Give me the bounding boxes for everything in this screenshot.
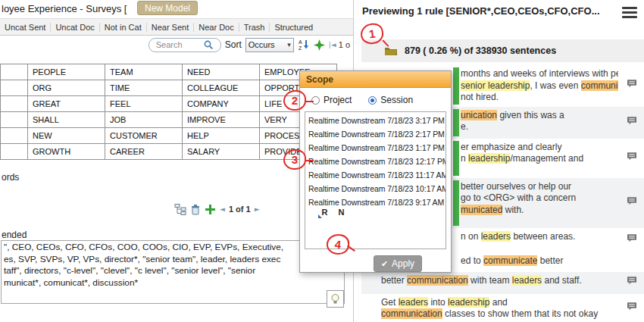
sentence-text: with. — [502, 205, 524, 215]
search-icon[interactable] — [204, 40, 213, 49]
tab-not-in-cat[interactable]: Not in Cat — [100, 23, 147, 32]
sentence-line: n on leaders between areas. — [461, 231, 618, 243]
hint-button[interactable] — [327, 290, 344, 308]
radio-project-label: Project — [324, 95, 352, 105]
search-box[interactable] — [148, 38, 221, 52]
session-list[interactable]: Realtime Downstream 7/18/23 3:17 PMRealt… — [305, 111, 446, 249]
highlighted-term: communicated — [581, 80, 618, 91]
folder-icon[interactable] — [384, 45, 398, 56]
word-cell[interactable]: SALARY — [183, 144, 260, 160]
session-item[interactable]: Realtime Downstream 7/18/23 2:17 PM — [306, 127, 445, 141]
scope-radio-group: Project Session — [300, 88, 451, 110]
tab-structured[interactable]: Structured — [270, 23, 317, 32]
session-item[interactable]: Realtime Downstream 7/18/23 3:17 PM — [306, 114, 445, 127]
next-page-icon[interactable]: ► — [255, 205, 260, 213]
delete-icon[interactable] — [190, 204, 201, 215]
toolbar-n-icon[interactable]: N — [336, 206, 347, 217]
sentence-line: ed to communicate better — [461, 255, 618, 267]
svg-text:A: A — [299, 39, 302, 45]
sort-az-icon[interactable]: AZ — [298, 39, 310, 51]
word-cell[interactable]: TIME — [105, 80, 183, 96]
sentence-row[interactable]: Get leaders into leadership andcommunica… — [361, 294, 644, 322]
highlighted-term: leaders — [399, 297, 428, 308]
match-indicator-bar — [453, 67, 459, 105]
word-cell[interactable]: FEEL — [105, 96, 183, 112]
recommended-input[interactable]: ", CEO, CEOs, CFO, CFOs, COO, COOs, CIO,… — [1, 240, 345, 304]
sentence-text: n on — [461, 231, 481, 242]
toolbar-r-icon[interactable]: R — [319, 206, 330, 217]
tab-uncat-doc[interactable]: Uncat Doc — [51, 23, 99, 32]
sentence-text: ed to — [461, 255, 483, 266]
word-row: PEOPLETEAMNEEDEMPLOYEE — [1, 64, 337, 80]
sentence-text: go to <ORG> with a concern — [461, 192, 576, 203]
word-cell[interactable]: NEW — [28, 128, 105, 144]
results-summary-row: 879 ( 0.26 %) of 338930 sentences — [361, 39, 644, 62]
word-cell[interactable]: TEAM — [105, 64, 183, 80]
sentence-text: classes to show them that its not okay — [442, 308, 598, 319]
word-cell[interactable]: PEOPLE — [28, 64, 105, 80]
sort-select[interactable]: Occurs ▾ — [245, 38, 294, 52]
rn-toolbar: R N — [319, 206, 347, 217]
word-cell-clipped[interactable] — [1, 64, 28, 80]
comment-icon[interactable] — [627, 302, 637, 315]
search-input[interactable] — [155, 39, 202, 50]
star-icon[interactable] — [314, 39, 325, 51]
word-cell[interactable]: HELP — [183, 128, 260, 144]
word-cell-clipped[interactable] — [1, 80, 28, 96]
scope-popup-header[interactable]: Scope — [300, 71, 451, 88]
word-cell-clipped[interactable] — [1, 128, 28, 144]
comment-icon[interactable] — [627, 80, 637, 93]
sentence-text: and — [489, 297, 507, 308]
word-cell[interactable]: SHALL — [28, 112, 105, 128]
menu-icon[interactable] — [622, 7, 637, 18]
tab-bar: Uncat SentUncat DocNot in CatNear SentNe… — [0, 18, 353, 36]
sentence-line: er emphasize and clearly — [461, 142, 618, 154]
annotation-circle-3: 3 — [283, 149, 306, 170]
comment-icon[interactable] — [627, 116, 637, 130]
comment-icon[interactable] — [627, 196, 637, 210]
word-cell[interactable]: IMPROVE — [183, 112, 260, 128]
word-cell[interactable]: COLLEAGUE — [183, 80, 260, 96]
word-cell-clipped[interactable] — [1, 112, 28, 128]
word-table-body: PEOPLETEAMNEEDEMPLOYEEORGTIMECOLLEAGUEOP… — [1, 64, 337, 160]
sentence-text: with team — [468, 275, 512, 286]
apply-button[interactable]: ✔ Apply — [374, 255, 422, 272]
word-cell[interactable]: NEED — [183, 64, 260, 80]
session-item[interactable]: Realtime Downstream 7/18/23 11:17 AM — [306, 168, 445, 182]
word-cell[interactable]: JOB — [105, 112, 183, 128]
sentence-row[interactable]: better communication with team leaders a… — [361, 272, 644, 294]
word-cell[interactable]: ORG — [28, 80, 105, 96]
comment-icon[interactable] — [627, 276, 637, 289]
new-model-button[interactable]: New Model — [137, 1, 198, 15]
sentence-line: go to <ORG> with a concern — [461, 192, 618, 205]
tab-near-sent[interactable]: Near Sent — [147, 23, 195, 32]
comment-icon[interactable] — [627, 233, 637, 247]
word-cell-clipped[interactable] — [1, 144, 28, 160]
lightbulb-icon — [330, 293, 340, 305]
sentence-text: given this was a — [497, 110, 564, 120]
first-page-icon[interactable]: |◄ — [329, 41, 336, 48]
tab-near-doc[interactable]: Near Doc — [194, 23, 239, 32]
add-icon[interactable] — [205, 204, 216, 215]
session-item[interactable]: Realtime Downstream 7/18/23 10:17 AM — [306, 182, 445, 195]
svg-text:Z: Z — [299, 45, 302, 51]
session-item[interactable]: Realtime Downstream 7/18/23 1:17 PM — [306, 141, 445, 155]
radio-session-circle-icon[interactable] — [368, 96, 377, 105]
radio-project-circle-icon[interactable] — [311, 96, 320, 105]
tab-trash[interactable]: Trash — [239, 23, 270, 32]
word-cell[interactable]: CAREER — [105, 144, 183, 160]
apply-label: Apply — [392, 258, 414, 269]
word-cell[interactable]: GROWTH — [28, 144, 105, 160]
word-table: PEOPLETEAMNEEDEMPLOYEEORGTIMECOLLEAGUEOP… — [0, 64, 337, 160]
word-cell-clipped[interactable] — [1, 96, 28, 112]
radio-session[interactable]: Session — [368, 95, 413, 105]
word-cell[interactable]: GREAT — [28, 96, 105, 112]
comment-icon[interactable] — [627, 152, 637, 165]
session-item[interactable]: Realtime Downstream 7/18/23 12:17 PM — [306, 155, 445, 168]
word-cell[interactable]: CUSTOMER — [105, 128, 183, 144]
radio-project[interactable]: Project — [311, 95, 352, 105]
tab-uncat-sent[interactable]: Uncat Sent — [0, 23, 51, 32]
prev-page-icon[interactable]: ◄ — [220, 205, 225, 213]
tree-view-icon[interactable] — [174, 203, 186, 215]
word-cell[interactable]: COMPANY — [183, 96, 260, 112]
